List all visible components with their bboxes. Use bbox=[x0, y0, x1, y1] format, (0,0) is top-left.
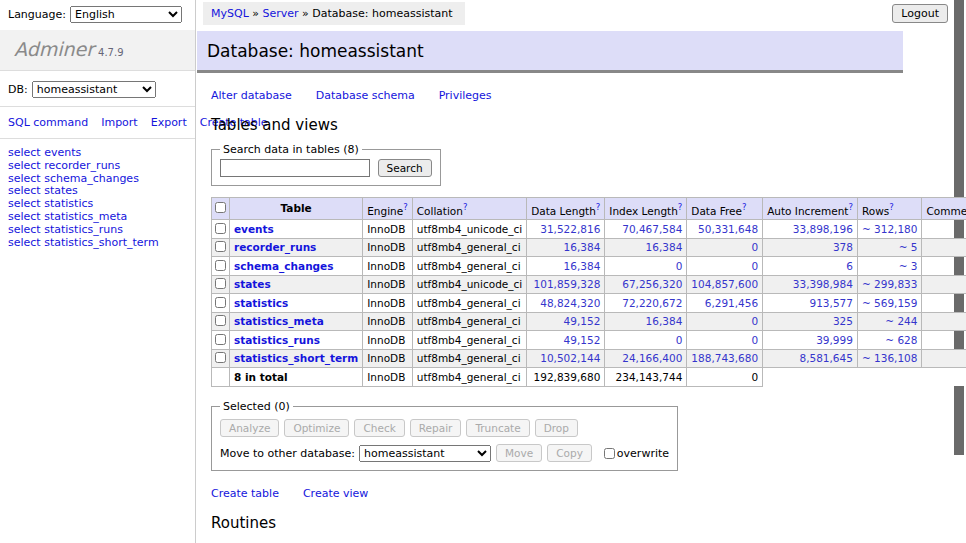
page-title: Database: homeassistant bbox=[197, 31, 903, 73]
comment-cell bbox=[922, 238, 966, 257]
sidebar-item-select-statistics-meta[interactable]: select statistics_meta bbox=[8, 211, 195, 224]
db-selector-row: DB:homeassistant bbox=[8, 81, 195, 98]
help-link[interactable]: ? bbox=[596, 202, 601, 212]
data-length-cell[interactable]: 49,152 bbox=[527, 312, 605, 331]
data-free-cell[interactable]: 104,857,600 bbox=[687, 275, 763, 294]
data-length-cell[interactable]: 31,522,816 bbox=[527, 220, 605, 239]
sidebar-action-export[interactable]: Export bbox=[151, 116, 187, 129]
data-free-cell[interactable]: 0 bbox=[687, 238, 763, 257]
data-length-cell[interactable]: 49,152 bbox=[527, 331, 605, 350]
link-create-table[interactable]: Create table bbox=[211, 487, 279, 500]
data-free-cell[interactable]: 0 bbox=[687, 257, 763, 276]
search-input[interactable] bbox=[220, 159, 370, 177]
sidebar-item-select-statistics-short-term[interactable]: select statistics_short_term bbox=[8, 237, 195, 250]
auto-increment-cell[interactable]: 39,999 bbox=[763, 331, 858, 350]
auto-increment-cell[interactable]: 6 bbox=[763, 257, 858, 276]
auto-increment-cell[interactable]: 8,581,645 bbox=[763, 349, 858, 368]
db-select[interactable]: homeassistant bbox=[32, 81, 156, 98]
data-free-cell[interactable]: 188,743,680 bbox=[687, 349, 763, 368]
row-checkbox[interactable] bbox=[215, 334, 226, 345]
index-length-cell[interactable]: 0 bbox=[605, 331, 687, 350]
row-checkbox[interactable] bbox=[215, 260, 226, 271]
sidebar-item-select-recorder-runs[interactable]: select recorder_runs bbox=[8, 160, 195, 173]
breadcrumb-link-mysql[interactable]: MySQL bbox=[211, 7, 249, 20]
data-free-cell[interactable]: 50,331,648 bbox=[687, 220, 763, 239]
move-db-select[interactable]: homeassistant bbox=[359, 445, 491, 462]
sidebar-item-select-events[interactable]: select events bbox=[8, 147, 195, 160]
engine-cell: InnoDB bbox=[363, 294, 413, 313]
rows-cell[interactable]: ~ 628 bbox=[857, 331, 922, 350]
data-length-cell[interactable]: 48,824,320 bbox=[527, 294, 605, 313]
help-link[interactable]: ? bbox=[403, 202, 408, 212]
breadcrumb-link-server[interactable]: Server bbox=[263, 7, 299, 20]
table-link-statistics-short-term[interactable]: statistics_short_term bbox=[234, 352, 358, 364]
link-privileges[interactable]: Privileges bbox=[439, 89, 492, 102]
help-link[interactable]: ? bbox=[678, 202, 683, 212]
overwrite-checkbox[interactable] bbox=[604, 448, 615, 459]
select-all-checkbox[interactable] bbox=[215, 202, 226, 213]
index-length-cell[interactable]: 72,220,672 bbox=[605, 294, 687, 313]
table-row-statistics-meta: statistics_metaInnoDButf8mb4_general_ci4… bbox=[212, 312, 966, 331]
index-length-cell[interactable]: 16,384 bbox=[605, 312, 687, 331]
index-length-cell[interactable]: 0 bbox=[605, 257, 687, 276]
sidebar-item-select-statistics-runs[interactable]: select statistics_runs bbox=[8, 224, 195, 237]
move-button: Move bbox=[496, 444, 542, 462]
rows-cell[interactable]: ~ 136,108 bbox=[857, 349, 922, 368]
data-free-cell[interactable]: 0 bbox=[687, 331, 763, 350]
data-free-cell[interactable]: 6,291,456 bbox=[687, 294, 763, 313]
data-length-cell[interactable]: 16,384 bbox=[527, 238, 605, 257]
link-create-view[interactable]: Create view bbox=[303, 487, 368, 500]
table-link-events[interactable]: events bbox=[234, 223, 274, 235]
row-checkbox[interactable] bbox=[215, 278, 226, 289]
data-length-cell[interactable]: 16,384 bbox=[527, 257, 605, 276]
help-link[interactable]: ? bbox=[463, 202, 468, 212]
rows-cell[interactable]: ~ 244 bbox=[857, 312, 922, 331]
rows-cell[interactable]: ~ 3 bbox=[857, 257, 922, 276]
table-link-statistics-runs[interactable]: statistics_runs bbox=[234, 334, 320, 346]
index-length-cell[interactable]: 16,384 bbox=[605, 238, 687, 257]
help-link[interactable]: ? bbox=[889, 202, 894, 212]
index-length-cell[interactable]: 70,467,584 bbox=[605, 220, 687, 239]
total-label: 8 in total bbox=[230, 368, 363, 387]
search-button[interactable]: Search bbox=[378, 159, 432, 177]
auto-increment-cell[interactable]: 33,398,984 bbox=[763, 275, 858, 294]
language-select[interactable]: English bbox=[70, 6, 182, 23]
table-name-cell: statistics bbox=[230, 294, 363, 313]
auto-increment-cell[interactable]: 325 bbox=[763, 312, 858, 331]
routines-heading: Routines bbox=[211, 514, 966, 532]
data-length-cell[interactable]: 101,859,328 bbox=[527, 275, 605, 294]
breadcrumb: MySQL » Server » Database: homeassistant bbox=[203, 2, 465, 25]
data-length-cell[interactable]: 10,502,144 bbox=[527, 349, 605, 368]
auto-increment-cell[interactable]: 913,577 bbox=[763, 294, 858, 313]
help-link[interactable]: ? bbox=[742, 202, 747, 212]
link-database-schema[interactable]: Database schema bbox=[316, 89, 415, 102]
rows-cell[interactable]: ~ 569,159 bbox=[857, 294, 922, 313]
rows-cell[interactable]: ~ 312,180 bbox=[857, 220, 922, 239]
table-link-schema-changes[interactable]: schema_changes bbox=[234, 260, 334, 272]
data-free-cell[interactable]: 0 bbox=[687, 312, 763, 331]
link-alter-database[interactable]: Alter database bbox=[211, 89, 292, 102]
table-link-states[interactable]: states bbox=[234, 278, 271, 290]
copy-button: Copy bbox=[547, 444, 592, 462]
row-checkbox[interactable] bbox=[215, 352, 226, 363]
adminer-logo-link[interactable]: Adminer bbox=[14, 38, 94, 60]
row-checkbox[interactable] bbox=[215, 223, 226, 234]
index-length-cell[interactable]: 67,256,320 bbox=[605, 275, 687, 294]
row-checkbox[interactable] bbox=[215, 241, 226, 252]
index-length-cell[interactable]: 24,166,400 bbox=[605, 349, 687, 368]
rows-cell[interactable]: ~ 5 bbox=[857, 238, 922, 257]
rows-cell[interactable]: ~ 299,833 bbox=[857, 275, 922, 294]
auto-increment-cell[interactable]: 33,898,196 bbox=[763, 220, 858, 239]
column-header-auto-increment: Auto Increment? bbox=[763, 198, 858, 220]
help-link[interactable]: ? bbox=[848, 202, 853, 212]
sidebar-action-sql-command[interactable]: SQL command bbox=[8, 116, 88, 129]
table-link-statistics[interactable]: statistics bbox=[234, 297, 288, 309]
row-checkbox-cell bbox=[212, 257, 230, 276]
table-link-statistics-meta[interactable]: statistics_meta bbox=[234, 315, 324, 327]
row-checkbox[interactable] bbox=[215, 297, 226, 308]
auto-increment-cell[interactable]: 378 bbox=[763, 238, 858, 257]
sidebar-action-import[interactable]: Import bbox=[101, 116, 138, 129]
table-total-row: 8 in totalInnoDButf8mb4_general_ci192,83… bbox=[212, 368, 966, 387]
table-link-recorder-runs[interactable]: recorder_runs bbox=[234, 241, 316, 253]
row-checkbox[interactable] bbox=[215, 315, 226, 326]
